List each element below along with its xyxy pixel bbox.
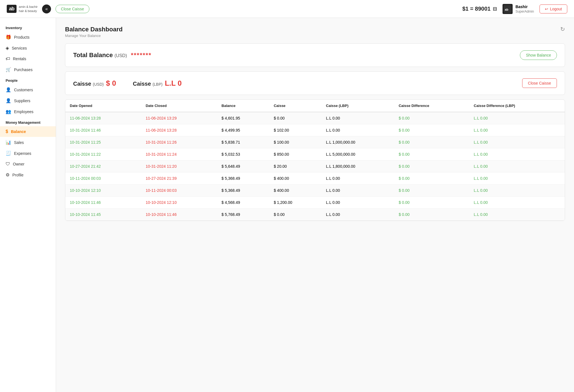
caisse-diff-lbp-cell: L.L 0.00	[469, 112, 565, 124]
caisse-diff-lbp-cell: L.L 0.00	[469, 136, 565, 148]
caisse-diff-cell: $ 0.00	[394, 172, 469, 185]
caisse-diff-cell: $ 0.00	[394, 124, 469, 136]
show-balance-button[interactable]: Show Balance	[520, 50, 557, 60]
balance-cell: $ 5,032.53	[217, 148, 269, 160]
sidebar-label-employees: Employees	[14, 109, 33, 114]
sidebar-label-suppliers: Suppliers	[14, 99, 30, 103]
purchases-icon: 🛒	[6, 67, 11, 72]
col-date-closed: Date Closed	[141, 100, 217, 112]
sidebar-item-products[interactable]: 🎁 Products	[0, 32, 56, 43]
caisse-lbp-label: Caisse (LBP)	[133, 81, 163, 87]
total-balance-usd: (USD)	[115, 53, 127, 58]
user-details: Bashir SuperAdmin	[515, 4, 534, 13]
header-left: ab amin & bachirhair & beauty « Close Ca…	[7, 4, 89, 13]
balance-cell: $ 4,499.95	[217, 124, 269, 136]
date-opened-cell: 11-06-2024 13:28	[65, 112, 141, 124]
table-header: Date Opened Date Closed Balance Caisse C…	[65, 100, 565, 112]
avatar: ab	[503, 4, 513, 14]
table-row[interactable]: 10-10-2024 11:46 10-10-2024 12:10 $ 4,56…	[65, 197, 565, 209]
caisse-lbp-cell: L.L 0.00	[321, 197, 394, 209]
table-row[interactable]: 11-06-2024 13:28 11-06-2024 13:29 $ 4,60…	[65, 112, 565, 124]
date-opened-cell: 10-31-2024 11:22	[65, 148, 141, 160]
page-title: Balance Dashboard	[65, 26, 122, 33]
caisse-lbp-cell: L.L 5,000,000.00	[321, 148, 394, 160]
table-row[interactable]: 10-27-2024 21:42 10-31-2024 11:20 $ 5,64…	[65, 160, 565, 172]
transactions-table: Date Opened Date Closed Balance Caisse C…	[65, 100, 565, 221]
sidebar-item-services[interactable]: ◈ Services	[0, 43, 56, 53]
logout-label: Logout	[550, 7, 562, 11]
caisse-diff-lbp-cell: L.L 0.00	[469, 197, 565, 209]
caisse-cell: $ 1,200.00	[269, 197, 321, 209]
date-opened-cell: 10-10-2024 12:10	[65, 185, 141, 197]
balance-cell: $ 5,768.49	[217, 209, 269, 221]
table-row[interactable]: 10-31-2024 11:22 10-31-2024 11:24 $ 5,03…	[65, 148, 565, 160]
caisse-cell: $ 102.00	[269, 124, 321, 136]
caisse-lbp-cell: L.L 0.00	[321, 112, 394, 124]
sidebar-item-expenses[interactable]: 🧾 Expenses	[0, 148, 56, 159]
date-closed-cell: 10-10-2024 12:10	[141, 197, 217, 209]
caisse-cell: $ 0.00	[269, 112, 321, 124]
sidebar-section-inventory: Inventory	[0, 22, 56, 32]
user-name: Bashir	[515, 4, 534, 9]
col-caisse-diff: Caisse Difference	[394, 100, 469, 112]
page-subtitle: Manage Your Balance	[65, 34, 122, 38]
caisse-lbp-cell: L.L 0.00	[321, 185, 394, 197]
table-row[interactable]: 10-31-2024 11:46 11-06-2024 13:28 $ 4,49…	[65, 124, 565, 136]
caisse-usd-item: Caisse (USD) $ 0	[73, 79, 116, 88]
transactions-table-card: Date Opened Date Closed Balance Caisse C…	[65, 99, 565, 221]
sidebar-item-rentals[interactable]: 🏷 Rentals	[0, 53, 56, 64]
customers-icon: 👤	[6, 87, 11, 92]
sales-icon: 📊	[6, 140, 11, 145]
col-caisse: Caisse	[269, 100, 321, 112]
caisse-lbp-cell: L.L 0.00	[321, 124, 394, 136]
sidebar-item-purchases[interactable]: 🛒 Purchases	[0, 64, 56, 75]
sidebar-item-employees[interactable]: 👥 Employees	[0, 106, 56, 117]
table-row[interactable]: 10-10-2024 12:10 10-11-2024 00:03 $ 5,36…	[65, 185, 565, 197]
exchange-icon[interactable]: ⊟	[493, 6, 497, 12]
table-row[interactable]: 10-10-2024 11:45 10-10-2024 11:46 $ 5,76…	[65, 209, 565, 221]
date-closed-cell: 11-06-2024 13:29	[141, 112, 217, 124]
total-balance-card: Total Balance (USD) ******* Show Balance	[65, 43, 565, 67]
caisse-lbp-cell: L.L 0.00	[321, 209, 394, 221]
sidebar-item-owner[interactable]: 🛡 Owner	[0, 159, 56, 169]
date-opened-cell: 10-10-2024 11:45	[65, 209, 141, 221]
table-row[interactable]: 10-31-2024 11:25 10-31-2024 11:26 $ 5,83…	[65, 136, 565, 148]
sidebar: Inventory 🎁 Products ◈ Services 🏷 Rental…	[0, 18, 56, 392]
sidebar-item-sales[interactable]: 📊 Sales	[0, 137, 56, 148]
layout: Inventory 🎁 Products ◈ Services 🏷 Rental…	[0, 18, 574, 392]
col-caisse-lbp: Caisse (LBP)	[321, 100, 394, 112]
caisse-diff-lbp-cell: L.L 0.00	[469, 209, 565, 221]
caisse-cell: $ 0.00	[269, 209, 321, 221]
suppliers-icon: 👤	[6, 98, 11, 103]
collapse-button[interactable]: «	[42, 4, 51, 13]
page-title-area: Balance Dashboard Manage Your Balance	[65, 26, 122, 38]
sidebar-label-rentals: Rentals	[13, 57, 26, 61]
close-caisse-header-button[interactable]: Close Caisse	[55, 5, 89, 13]
logo-name: amin & bachirhair & beauty	[19, 5, 38, 13]
caisse-lbp-cell: L.L 0.00	[321, 172, 394, 185]
caisse-diff-cell: $ 0.00	[394, 112, 469, 124]
logo-abbr: ab	[7, 5, 17, 13]
caisse-cell: $ 20.00	[269, 160, 321, 172]
sidebar-item-customers[interactable]: 👤 Customers	[0, 84, 56, 95]
sidebar-label-profile: Profile	[12, 173, 24, 177]
sidebar-item-suppliers[interactable]: 👤 Suppliers	[0, 95, 56, 106]
refresh-icon[interactable]: ↻	[560, 26, 565, 32]
date-closed-cell: 10-27-2024 21:39	[141, 172, 217, 185]
close-caisse-card-button[interactable]: Close Caisse	[522, 78, 557, 88]
employees-icon: 👥	[6, 109, 11, 114]
caisse-diff-cell: $ 0.00	[394, 160, 469, 172]
sidebar-label-services: Services	[12, 46, 27, 50]
rentals-icon: 🏷	[6, 56, 10, 61]
table-row[interactable]: 10-11-2024 00:03 10-27-2024 21:39 $ 5,36…	[65, 172, 565, 185]
caisse-usd-label: Caisse (USD)	[73, 81, 104, 87]
sidebar-label-customers: Customers	[14, 88, 33, 92]
sidebar-item-profile[interactable]: ⚙ Profile	[0, 169, 56, 180]
date-closed-cell: 10-11-2024 00:03	[141, 185, 217, 197]
col-caisse-diff-lbp: Caisse Difference (LBP)	[469, 100, 565, 112]
sidebar-item-balance[interactable]: $ Balance	[0, 126, 56, 137]
sidebar-label-balance: Balance	[11, 129, 26, 134]
logout-button[interactable]: ↩ Logout	[540, 4, 567, 13]
page-header: Balance Dashboard Manage Your Balance ↻	[65, 26, 565, 38]
balance-cell: $ 5,648.49	[217, 160, 269, 172]
